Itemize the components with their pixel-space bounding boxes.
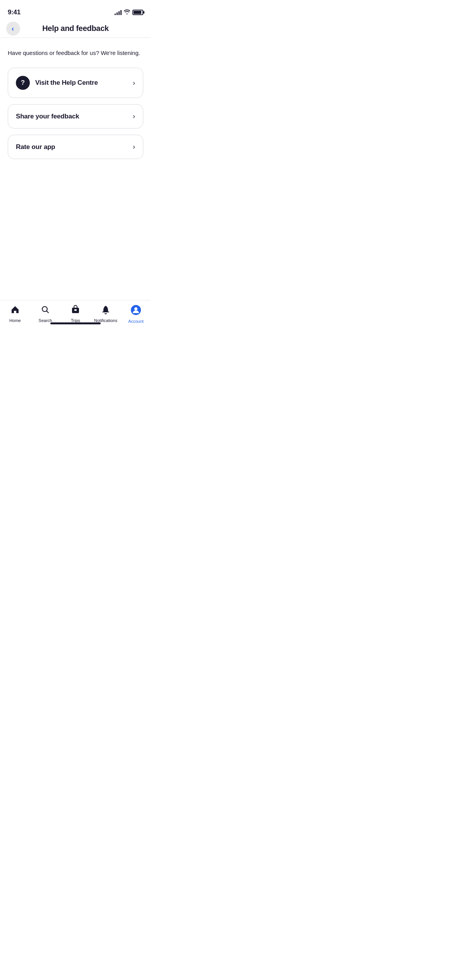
back-button[interactable]: ‹	[6, 22, 20, 36]
svg-point-4	[134, 307, 137, 310]
nav-item-home[interactable]: Home	[3, 305, 27, 323]
nav-item-account[interactable]: Account	[124, 305, 148, 324]
page-title: Help and feedback	[42, 24, 109, 33]
battery-icon	[132, 10, 143, 15]
nav-account-label: Account	[128, 319, 144, 324]
back-chevron-icon: ‹	[12, 25, 14, 32]
nav-item-trips[interactable]: Trips	[64, 305, 87, 323]
share-feedback-label: Share your feedback	[16, 113, 79, 120]
signal-icon	[115, 10, 122, 15]
wifi-icon	[124, 9, 130, 15]
subtitle-text: Have questions or feedback for us? We're…	[8, 49, 143, 57]
chevron-right-icon: ›	[133, 79, 135, 87]
notifications-icon	[101, 305, 110, 317]
home-indicator	[50, 322, 101, 324]
menu-item-left: Rate our app	[16, 143, 55, 151]
nav-home-label: Home	[9, 318, 21, 323]
rate-app-item[interactable]: Rate our app ›	[8, 135, 143, 159]
account-icon	[131, 305, 141, 317]
help-circle-icon: ?	[16, 76, 30, 90]
trips-icon	[71, 305, 80, 317]
chevron-right-icon: ›	[133, 143, 135, 151]
status-icons	[115, 9, 143, 15]
visit-help-centre-item[interactable]: ? Visit the Help Centre ›	[8, 68, 143, 98]
nav-item-search[interactable]: Search	[34, 305, 57, 323]
rate-app-label: Rate our app	[16, 143, 55, 151]
share-feedback-item[interactable]: Share your feedback ›	[8, 104, 143, 128]
menu-item-left: ? Visit the Help Centre	[16, 76, 98, 90]
search-icon	[41, 305, 50, 317]
status-bar: 9:41	[0, 0, 151, 19]
chevron-right-icon: ›	[133, 112, 135, 120]
visit-help-centre-label: Visit the Help Centre	[35, 79, 98, 87]
menu-item-left: Share your feedback	[16, 113, 79, 120]
svg-rect-2	[74, 309, 77, 311]
home-icon	[10, 305, 20, 317]
status-time: 9:41	[8, 9, 21, 16]
nav-header: ‹ Help and feedback	[0, 19, 151, 38]
main-content: Have questions or feedback for us? We're…	[0, 38, 151, 159]
nav-item-notifications[interactable]: Notifications	[94, 305, 117, 323]
nav-search-label: Search	[39, 318, 52, 323]
